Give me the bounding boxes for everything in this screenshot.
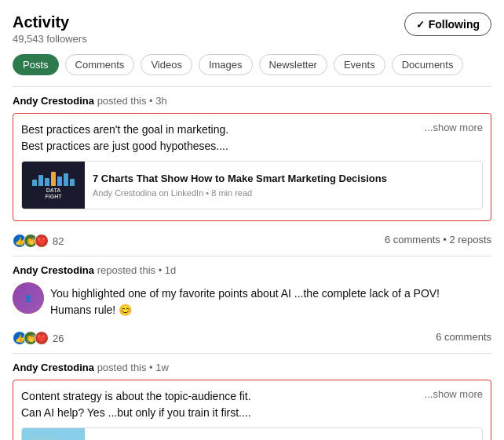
post-2-text-line1: You highlighted one of my favorite point…	[50, 285, 440, 302]
post-3-preview-image	[22, 428, 85, 440]
post-3-block: ...show more Content strategy is about t…	[13, 380, 491, 440]
header-left: Activity 49,543 followers	[13, 13, 87, 45]
post-1-show-more[interactable]: ...show more	[425, 122, 483, 133]
post-2-reactions: 👍 👏 ❤️ 26	[13, 331, 64, 345]
post-1-meta: Andy Crestodina posted this • 3h	[13, 95, 491, 107]
post-2-time: 1d	[165, 264, 176, 276]
bar-5	[57, 176, 62, 186]
post-3-text-line2: Can AI help? Yes ...but only if you trai…	[21, 405, 483, 421]
tab-newsletter[interactable]: Newsletter	[259, 54, 327, 75]
post-2-text: You highlighted one of my favorite point…	[50, 282, 440, 318]
post-1-stats: 6 comments • 2 reposts	[385, 234, 491, 245]
post-2-author: Andy Crestodina	[13, 264, 94, 276]
post-2-stats: 6 comments	[436, 331, 491, 343]
avatar-inner: 👤	[13, 282, 44, 314]
post-1-reaction-count: 82	[53, 235, 64, 247]
bar-3	[45, 178, 49, 186]
post-1-footer: 👍 👏 ❤️ 82 6 comments • 2 reposts	[13, 227, 491, 248]
bar-6	[64, 173, 68, 186]
post-1-action: posted this •	[94, 95, 155, 107]
divider-1	[13, 86, 491, 87]
tab-events[interactable]: Events	[334, 54, 385, 75]
post-3-meta: Andy Crestodina posted this • 1w	[13, 362, 491, 373]
post-3-text-line1: Content strategy is about the topic-audi…	[21, 388, 483, 405]
post-2: Andy Crestodina reposted this • 1d 👤 You…	[13, 264, 491, 345]
post-1-link-sub: Andy Crestodina on LinkedIn • 8 min read	[93, 188, 387, 198]
post-1-author: Andy Crestodina	[13, 95, 94, 107]
post-1-reaction-icons: 👍 👏 ❤️	[13, 234, 49, 248]
tab-posts[interactable]: Posts	[13, 54, 59, 75]
post-1-link-preview[interactable]: DATAFIGHT 7 Charts That Show How to Make…	[21, 161, 483, 209]
followers-count: 49,543 followers	[13, 33, 87, 45]
post-2-action: reposted this •	[94, 264, 165, 276]
post-1-text: Best practices aren't the goal in market…	[21, 122, 483, 155]
post-2-reaction-icons: 👍 👏 ❤️	[13, 331, 49, 345]
post-1: Andy Crestodina posted this • 3h ...show…	[13, 95, 491, 248]
tab-documents[interactable]: Documents	[392, 54, 464, 75]
post-3-action: posted this •	[94, 362, 155, 373]
post-3-text: Content strategy is about the topic-audi…	[21, 388, 483, 421]
post-1-block: ...show more Best practices aren't the g…	[13, 113, 491, 221]
post-1-time: 3h	[155, 95, 166, 107]
post-2-repost-content: 👤 You highlighted one of my favorite poi…	[13, 282, 491, 318]
post-3-show-more[interactable]: ...show more	[425, 388, 483, 400]
post-3-preview-content: The AI-Powered Content Strategy: 13 Prom…	[93, 428, 461, 440]
page-header: Activity 49,543 followers ✓ Following	[13, 13, 491, 45]
bar-1	[32, 180, 37, 186]
post-3: Andy Crestodina posted this • 1w ...show…	[13, 362, 491, 440]
bar-2	[38, 175, 43, 186]
ai-image-inner	[22, 428, 85, 440]
tab-comments[interactable]: Comments	[65, 54, 135, 75]
post-1-preview-image: DATAFIGHT	[22, 162, 85, 209]
following-button[interactable]: ✓ Following	[404, 13, 491, 36]
activity-container: Activity 49,543 followers ✓ Following Po…	[0, 0, 504, 440]
following-label: Following	[429, 18, 480, 31]
tabs-bar: Posts Comments Videos Images Newsletter …	[13, 54, 491, 75]
charts-label: DATAFIGHT	[46, 187, 62, 201]
bar-4	[51, 172, 56, 186]
bar-7	[70, 179, 75, 186]
post-1-text-line2: Best practices are just good hypotheses.…	[21, 138, 483, 155]
post-2-reaction-count: 26	[53, 333, 64, 344]
tab-images[interactable]: Images	[199, 54, 253, 75]
post-1-preview-content: 7 Charts That Show How to Make Smart Mar…	[93, 162, 393, 209]
post-2-text-line2: Humans rule! 😊	[50, 302, 440, 318]
post-2-footer: 👍 👏 ❤️ 26 6 comments	[13, 325, 491, 345]
check-icon: ✓	[416, 19, 425, 31]
post-1-reactions: 👍 👏 ❤️ 82	[13, 234, 64, 248]
post-3-link-preview[interactable]: The AI-Powered Content Strategy: 13 Prom…	[21, 427, 483, 440]
post2-love-icon: ❤️	[35, 331, 49, 345]
love-icon: ❤️	[35, 234, 49, 248]
page-title: Activity	[13, 13, 87, 31]
post-2-avatar: 👤	[13, 282, 44, 314]
tab-videos[interactable]: Videos	[141, 54, 192, 75]
divider-3	[13, 353, 491, 354]
chart-bars	[32, 170, 75, 186]
divider-2	[13, 256, 491, 256]
post-1-text-line1: Best practices aren't the goal in market…	[21, 122, 483, 138]
post-2-meta: Andy Crestodina reposted this • 1d	[13, 264, 491, 276]
post-3-author: Andy Crestodina	[13, 362, 94, 373]
post-3-time: 1w	[155, 362, 169, 373]
post-1-link-title: 7 Charts That Show How to Make Smart Mar…	[93, 173, 387, 186]
